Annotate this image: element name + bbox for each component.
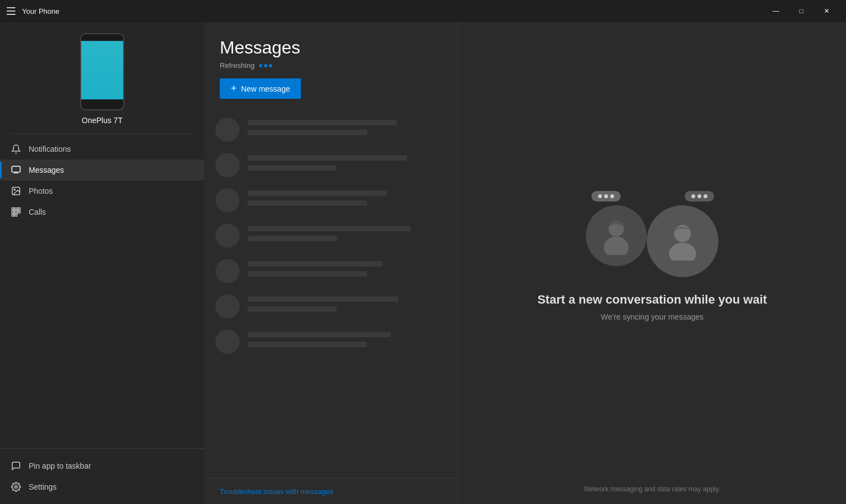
nav-label-messages: Messages — [29, 166, 64, 174]
messages-panel: Messages Refreshing + New message — [204, 22, 458, 504]
right-panel: Start a new conversation while you wait … — [458, 22, 846, 504]
svg-rect-0 — [12, 166, 20, 172]
skeleton-item-1 — [204, 112, 458, 147]
skeleton-lines — [247, 261, 447, 281]
settings-button[interactable]: Settings — [0, 476, 204, 497]
right-panel-title: Start a new conversation while you wait — [537, 293, 767, 307]
skeleton-avatar — [215, 224, 240, 248]
skeleton-line — [247, 306, 337, 312]
new-message-button[interactable]: + New message — [220, 78, 301, 99]
right-panel-subtitle: We're syncing your messages — [601, 312, 704, 321]
skeleton-item-6 — [204, 289, 458, 324]
dot-2 — [264, 64, 267, 67]
titlebar-left: Your Phone — [7, 7, 59, 15]
skeleton-avatar — [215, 294, 240, 319]
loading-dots — [259, 64, 272, 67]
skeleton-lines — [247, 226, 447, 246]
pin-app-label: Pin app to taskbar — [29, 461, 91, 470]
skeleton-avatar — [215, 259, 240, 283]
right-panel-footer: Network messaging and data rates may app… — [584, 485, 720, 493]
skeleton-lines — [247, 190, 447, 210]
svg-rect-9 — [12, 214, 14, 216]
skeleton-line — [247, 165, 337, 171]
skeleton-item-4 — [204, 218, 458, 253]
skeleton-line — [247, 342, 367, 347]
minimize-button[interactable]: — — [763, 0, 789, 22]
skeleton-lines — [247, 296, 447, 316]
skeleton-line — [247, 236, 337, 241]
sidebar-bottom: Pin app to taskbar Settings — [0, 448, 204, 504]
dot-3 — [269, 64, 272, 67]
messages-header: Messages Refreshing + New message — [204, 22, 458, 108]
svg-rect-3 — [12, 208, 14, 210]
skeleton-line — [247, 120, 397, 125]
sidebar: OnePlus 7T Notifications — [0, 22, 204, 504]
skeleton-line — [247, 226, 411, 231]
messages-title: Messages — [220, 38, 442, 58]
skeleton-avatar — [215, 153, 240, 177]
skeleton-line — [247, 130, 367, 135]
message-icon — [11, 165, 21, 175]
chat-bubble-right — [685, 191, 714, 201]
device-image — [80, 33, 124, 110]
skeleton-line — [247, 190, 387, 196]
skeleton-lines — [247, 155, 447, 175]
sidebar-item-photos[interactable]: Photos — [0, 181, 204, 201]
skeleton-line — [247, 271, 367, 277]
nav-label-calls: Calls — [29, 208, 46, 216]
skeleton-item-7 — [204, 324, 458, 359]
person-silhouette-left — [586, 205, 647, 266]
titlebar: Your Phone — □ ✕ — [0, 0, 846, 22]
skeleton-list — [204, 108, 458, 478]
skeleton-avatar — [215, 330, 240, 354]
svg-rect-7 — [15, 211, 17, 213]
settings-icon — [11, 482, 21, 492]
svg-rect-10 — [15, 214, 17, 216]
skeleton-avatar — [215, 188, 240, 213]
nav-label-photos: Photos — [29, 187, 53, 195]
person-silhouette-right — [647, 205, 718, 277]
person-right — [647, 205, 718, 277]
pin-icon — [11, 461, 21, 471]
device-name: OnePlus 7T — [82, 116, 123, 125]
chat-bubble-left — [591, 191, 621, 201]
bell-icon — [11, 144, 21, 154]
svg-point-2 — [14, 189, 15, 190]
sidebar-item-calls[interactable]: Calls — [0, 201, 204, 222]
svg-point-11 — [15, 486, 18, 489]
skeleton-line — [247, 200, 367, 206]
conversation-illustration — [586, 205, 718, 277]
close-button[interactable]: ✕ — [814, 0, 839, 22]
refreshing-status: Refreshing — [220, 61, 442, 70]
maximize-button[interactable]: □ — [789, 0, 814, 22]
troubleshoot-link[interactable]: Troubleshoot issues with messages — [220, 487, 333, 496]
app-body: OnePlus 7T Notifications — [0, 22, 846, 504]
skeleton-item-3 — [204, 183, 458, 218]
photos-icon — [11, 186, 21, 196]
new-message-label: New message — [241, 84, 290, 93]
skeleton-item-2 — [204, 147, 458, 183]
pin-app-button[interactable]: Pin app to taskbar — [0, 455, 204, 476]
svg-point-15 — [669, 242, 696, 260]
person-left — [586, 205, 647, 266]
calls-icon — [11, 207, 21, 217]
skeleton-line — [247, 261, 383, 267]
footer-text: Network messaging and data rates may app… — [584, 485, 720, 493]
refreshing-text: Refreshing — [220, 61, 255, 70]
skeleton-item-5 — [204, 253, 458, 289]
sidebar-item-notifications[interactable]: Notifications — [0, 139, 204, 160]
svg-point-13 — [604, 236, 629, 255]
svg-rect-4 — [15, 208, 17, 210]
svg-rect-5 — [18, 208, 20, 210]
skeleton-line — [247, 296, 399, 302]
hamburger-menu[interactable] — [7, 7, 15, 15]
skeleton-lines — [247, 120, 447, 140]
svg-rect-6 — [12, 211, 14, 213]
device-info: OnePlus 7T — [0, 22, 204, 134]
skeleton-line — [247, 332, 391, 337]
skeleton-line — [247, 155, 407, 161]
sidebar-item-messages[interactable]: Messages — [0, 160, 204, 181]
svg-rect-8 — [18, 211, 20, 213]
skeleton-avatar — [215, 118, 240, 142]
dot-1 — [259, 64, 262, 67]
